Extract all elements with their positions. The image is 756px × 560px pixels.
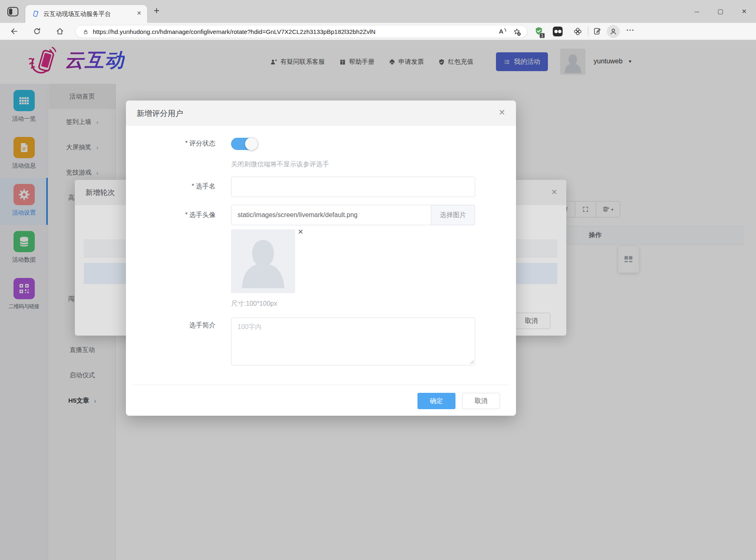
- lock-icon: [83, 29, 89, 35]
- browser-tab[interactable]: 云互动现场互动服务平台 ✕: [25, 5, 147, 23]
- dialog-header: 新增评分用户 ✕: [126, 101, 516, 126]
- minimize-button[interactable]: ─: [685, 8, 709, 15]
- avatar-preview: [231, 229, 295, 293]
- shield-badge: 1: [539, 33, 545, 38]
- tab-favicon-icon: [32, 10, 39, 18]
- player-bio-textarea[interactable]: [231, 318, 475, 365]
- avatar-input-group: 选择图片: [231, 205, 475, 225]
- extensions-icon[interactable]: [573, 27, 582, 36]
- toolbar-divider: [588, 27, 588, 36]
- remove-image-icon[interactable]: ✕: [298, 228, 303, 236]
- choose-image-label: 选择图片: [440, 211, 466, 220]
- avatar-field-label: *选手头像: [140, 211, 215, 220]
- dot: [554, 30, 558, 33]
- status-help-text: 关闭则微信端将不显示该参评选手: [231, 160, 329, 169]
- dot: [558, 30, 561, 33]
- url-text[interactable]: https://hd.yunhudong.cn/hdmanage/configl…: [93, 28, 375, 35]
- bio-field-label: 选手简介: [140, 321, 215, 330]
- dark-extension-icon[interactable]: [553, 27, 563, 36]
- maximize-button[interactable]: ▢: [709, 8, 732, 15]
- profile-icon[interactable]: [607, 25, 620, 38]
- home-icon[interactable]: [56, 27, 64, 36]
- label-text: 选手简介: [189, 322, 215, 329]
- toggle-knob: [245, 137, 258, 150]
- required-mark: *: [192, 183, 194, 190]
- read-aloud-arc-icon: [504, 28, 507, 33]
- image-size-hint: 尺寸:100*100px: [231, 300, 277, 308]
- add-scoring-user-dialog: 新增评分用户 ✕ *评分状态 关闭则微信端将不显示该参评选手 *选手名 *选手头…: [126, 101, 516, 416]
- status-toggle[interactable]: [231, 138, 257, 150]
- browser-toolbar: https://hd.yunhudong.cn/hdmanage/configl…: [0, 23, 756, 40]
- dialog-title: 新增评分用户: [137, 108, 183, 119]
- browser-titlebar: 云互动现场互动服务平台 ✕ + ─ ▢ ✕: [0, 0, 756, 23]
- resize-handle-icon[interactable]: [470, 360, 474, 364]
- cancel-button[interactable]: 取消: [462, 393, 500, 409]
- confirm-label: 确定: [430, 397, 443, 405]
- url-bar[interactable]: https://hd.yunhudong.cn/hdmanage/configl…: [75, 25, 527, 38]
- status-field-label: *评分状态: [140, 139, 215, 148]
- cancel-label: 取消: [475, 397, 488, 405]
- tab-close-icon[interactable]: ✕: [137, 10, 141, 16]
- label-text: 选手头像: [189, 211, 215, 218]
- window-close-button[interactable]: ✕: [732, 8, 756, 15]
- screenshot-root: 云互动现场互动服务平台 ✕ + ─ ▢ ✕ https://hd.yunhudo…: [0, 0, 756, 560]
- choose-image-button[interactable]: 选择图片: [431, 205, 475, 225]
- avatar-path-input[interactable]: [231, 205, 431, 225]
- back-icon[interactable]: [10, 27, 18, 36]
- window-controls: ─ ▢ ✕: [685, 0, 756, 23]
- dialog-close-icon[interactable]: ✕: [498, 108, 505, 117]
- required-mark: *: [185, 140, 188, 147]
- tab-title: 云互动现场互动服务平台: [43, 10, 111, 18]
- label-text: 评分状态: [189, 140, 215, 147]
- label-text: 选手名: [196, 183, 215, 190]
- required-mark: *: [185, 211, 188, 218]
- workspaces-icon[interactable]: [7, 7, 18, 16]
- collections-icon[interactable]: [593, 27, 601, 36]
- footer-divider: [133, 385, 509, 385]
- name-field-label: *选手名: [140, 182, 215, 191]
- player-name-input[interactable]: [231, 177, 475, 197]
- bio-wrap: [231, 318, 475, 365]
- more-menu-icon[interactable]: ···: [626, 26, 635, 34]
- favorites-icon[interactable]: [512, 27, 521, 36]
- confirm-button[interactable]: 确定: [417, 393, 455, 409]
- new-tab-button[interactable]: +: [154, 5, 159, 16]
- workspaces-icon-inner: [9, 9, 12, 15]
- read-aloud-icon[interactable]: A: [499, 28, 503, 35]
- refresh-icon[interactable]: [33, 27, 41, 36]
